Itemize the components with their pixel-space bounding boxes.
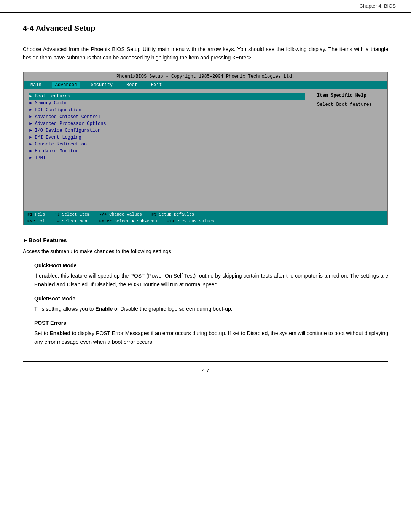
post-errors-heading: POST Errors — [34, 320, 388, 326]
bios-option-memory-cache[interactable]: ► Memory Cache — [29, 100, 305, 107]
bios-key-change: -/+ Change Values — [99, 212, 142, 217]
bios-menu-bar: Main Advanced Security Boot Exit — [24, 81, 387, 89]
bios-screenshot: PhoenixBIOS Setup - Copyright 1985-2004 … — [23, 72, 388, 225]
bios-menu-main[interactable]: Main — [27, 82, 45, 88]
bios-key-enter: Enter Select ► Sub-Menu — [99, 219, 157, 224]
bios-footer: F1 Help ↑↓ Select Item -/+ Change Values… — [24, 211, 387, 218]
bios-footer-section2: Esc Exit ↔ Select Menu Enter Select ► Su… — [27, 219, 214, 224]
bios-help-text: Select Boot features — [317, 102, 382, 107]
bios-empty-area — [29, 161, 305, 207]
chapter-label: Chapter 4: BIOS — [360, 3, 396, 9]
bios-help-title: Item Specific Help — [317, 93, 382, 98]
intro-paragraph: Choose Advanced from the Phoenix BIOS Se… — [23, 45, 388, 62]
bios-key-f10: F10 Previous Values — [167, 219, 214, 224]
boot-features-heading: ►Boot Features — [23, 237, 388, 243]
bios-key-esc: Esc Exit — [27, 219, 48, 224]
quickboot-heading: QuickBoot Mode — [34, 262, 388, 268]
boot-features-label: Boot Features — [29, 237, 67, 243]
bios-key-lr-arrows: ↔ Select Menu — [57, 219, 90, 224]
bios-menu-advanced[interactable]: Advanced — [52, 82, 80, 88]
boot-features-intro: Access the submenu to make changes to th… — [23, 247, 388, 256]
post-errors-text: Set to Enabled to display POST Error Mes… — [34, 329, 388, 346]
page-number: 4-7 — [202, 367, 209, 373]
bios-option-hardware-monitor[interactable]: ► Hardware Monitor — [29, 148, 305, 155]
bios-option-console-redirect[interactable]: ► Console Redirection — [29, 141, 305, 148]
bios-menu-security[interactable]: Security — [88, 82, 116, 88]
bios-menu-boot[interactable]: Boot — [123, 82, 140, 88]
quietboot-heading: QuietBoot Mode — [34, 296, 388, 302]
bios-option-io-device[interactable]: ► I/O Device Configuration — [29, 127, 305, 134]
bios-title-bar: PhoenixBIOS Setup - Copyright 1985-2004 … — [24, 72, 387, 81]
main-content: 4-4 Advanced Setup Choose Advanced from … — [0, 13, 411, 402]
bios-key-f1: F1 Help — [27, 212, 45, 217]
bios-left-panel: ► Boot Features ► Memory Cache ► PCI Con… — [24, 89, 311, 211]
bios-option-pci-config[interactable]: ► PCI Configuration — [29, 107, 305, 113]
bios-option-boot-features[interactable]: ► Boot Features — [29, 93, 305, 100]
bios-option-advanced-processor[interactable]: ► Advanced Processor Options — [29, 120, 305, 127]
page-footer: 4-7 — [23, 361, 388, 379]
bios-body: ► Boot Features ► Memory Cache ► PCI Con… — [24, 89, 387, 211]
bios-footer-row1: F1 Help ↑↓ Select Item -/+ Change Values… — [27, 212, 194, 217]
bios-menu-exit[interactable]: Exit — [148, 82, 165, 88]
bios-footer-row2: Esc Exit ↔ Select Menu Enter Select ► Su… — [24, 218, 387, 225]
quickboot-text: If enabled, this feature will speed up t… — [34, 272, 388, 289]
page-title: 4-4 Advanced Setup — [23, 24, 388, 37]
quietboot-text: This setting allows you to Enable or Dis… — [34, 305, 388, 313]
bios-option-ipmi[interactable]: ► IPMI — [29, 155, 305, 161]
bios-key-f9: F9 Setup Defaults — [151, 212, 194, 217]
bios-key-arrows: ↑↓ Select Item — [54, 212, 89, 217]
chapter-header: Chapter 4: BIOS — [0, 0, 411, 13]
bios-option-advanced-chipset[interactable]: ► Advanced Chipset Control — [29, 113, 305, 120]
bios-option-dmi-logging[interactable]: ► DMI Event Logging — [29, 134, 305, 141]
bios-right-panel: Item Specific Help Select Boot features — [311, 89, 387, 211]
boot-features-arrow-icon: ► — [23, 237, 29, 243]
